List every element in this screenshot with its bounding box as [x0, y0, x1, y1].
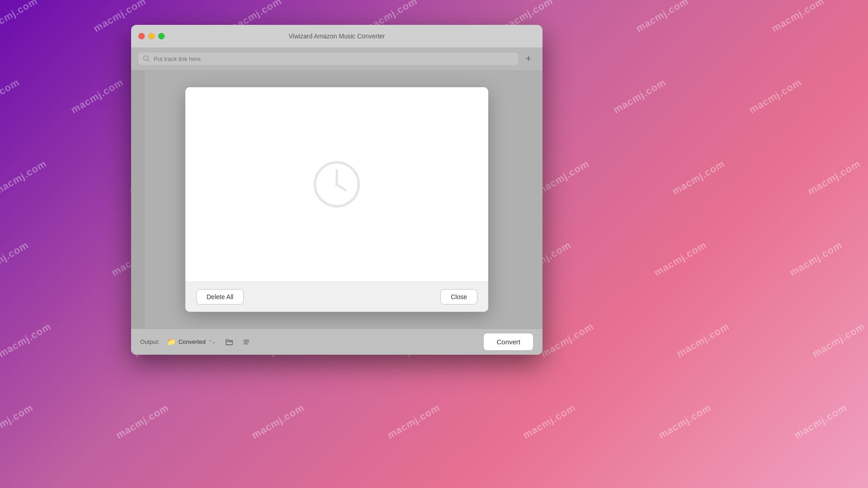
delete-all-button[interactable]: Delete All — [196, 289, 244, 305]
clock-icon — [312, 160, 362, 209]
close-button[interactable] — [138, 33, 145, 39]
convert-button[interactable]: Convert — [483, 333, 533, 351]
empty-state-icon — [312, 160, 362, 209]
dropdown-arrow-icon: ⌃⌄ — [208, 339, 216, 344]
traffic-lights — [138, 33, 165, 39]
app-window: Viwizard Amazon Music Converter + — [131, 25, 542, 355]
window-title: Viwizard Amazon Music Converter — [289, 33, 385, 40]
output-section: Output: 📁 Converted ⌃⌄ — [140, 336, 483, 348]
list-icon — [242, 338, 250, 346]
search-container — [138, 52, 518, 65]
maximize-button[interactable] — [158, 33, 165, 39]
output-folder-name: Converted — [179, 338, 206, 345]
search-bar-area: + — [131, 47, 542, 70]
modal-body — [185, 87, 488, 282]
minimize-button[interactable] — [148, 33, 155, 39]
add-track-button[interactable]: + — [522, 52, 535, 66]
output-folder-button[interactable]: 📁 Converted ⌃⌄ — [164, 336, 218, 348]
folder-open-icon — [225, 338, 233, 346]
output-label: Output: — [140, 338, 160, 345]
modal-dialog: Delete All Close — [185, 87, 488, 312]
svg-point-5 — [335, 183, 339, 186]
open-folder-button[interactable] — [223, 336, 236, 348]
modal-overlay: Delete All Close — [131, 70, 542, 328]
search-input[interactable] — [154, 56, 514, 62]
title-bar: Viwizard Amazon Music Converter — [131, 25, 542, 47]
modal-footer: Delete All Close — [185, 282, 488, 312]
main-content: Delete All Close — [131, 70, 542, 328]
svg-line-1 — [148, 60, 150, 62]
svg-line-4 — [337, 184, 346, 190]
close-dialog-button[interactable]: Close — [440, 289, 477, 305]
list-icon-button[interactable] — [240, 336, 253, 348]
search-icon — [143, 55, 150, 62]
bottom-bar: Output: 📁 Converted ⌃⌄ Convert — [131, 328, 542, 355]
folder-icon: 📁 — [167, 338, 176, 346]
